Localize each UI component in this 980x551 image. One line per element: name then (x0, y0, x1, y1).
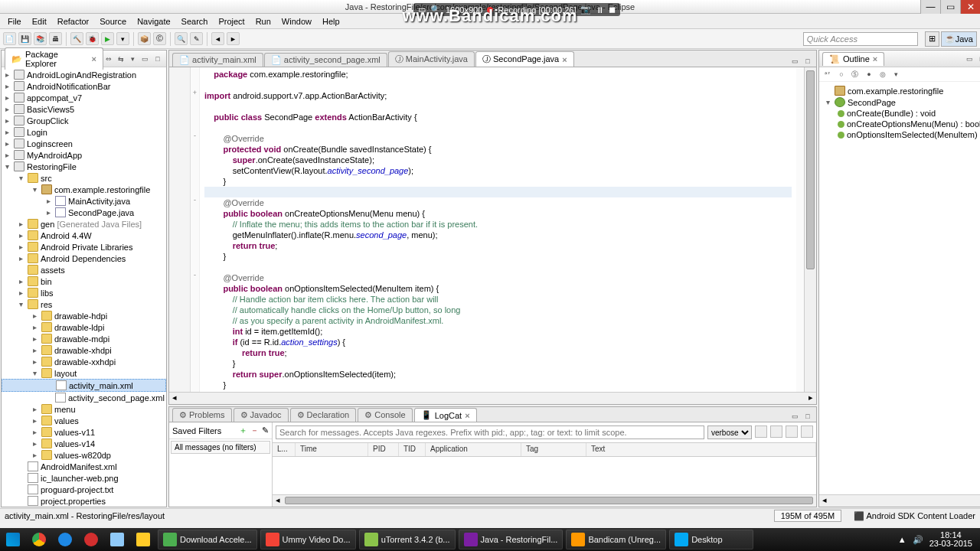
menu-file[interactable]: File (3, 15, 26, 28)
tree-item[interactable]: ▸bin (2, 276, 166, 287)
logcat-search-input[interactable] (276, 425, 704, 439)
log-column-header[interactable]: PID (368, 443, 399, 456)
menu-edit[interactable]: Edit (28, 15, 51, 28)
link-editor-icon[interactable]: ⇆ (116, 54, 126, 64)
run-button[interactable]: ▶ (101, 32, 114, 45)
tree-item[interactable]: ▸values-v14 (2, 438, 166, 449)
new-class-button[interactable]: Ⓒ (153, 32, 166, 45)
log-column-header[interactable]: Time (296, 443, 368, 456)
log-column-header[interactable]: Tag (521, 443, 586, 456)
minimize-view-icon[interactable]: ▭ (140, 54, 151, 64)
code-content[interactable]: package com.example.restoringfile; impor… (200, 67, 796, 392)
filter-all-messages[interactable]: All messages (no filters) (171, 441, 270, 454)
tree-item[interactable]: activity_main.xml (2, 379, 166, 392)
menu-source[interactable]: Source (95, 15, 131, 28)
export-log-icon[interactable] (801, 425, 813, 438)
scroll-lock-icon[interactable] (786, 425, 798, 438)
view-menu-icon[interactable]: ▾ (128, 54, 139, 64)
tree-item[interactable]: ▸gen [Generated Java Files] (2, 218, 166, 230)
ie-icon[interactable] (54, 530, 77, 549)
log-column-header[interactable]: TID (399, 443, 426, 456)
clear-log-icon[interactable] (770, 425, 782, 438)
system-tray[interactable]: ▲🔊 18:1423-03-2015 (892, 531, 978, 548)
toggle-mark-button[interactable]: ✎ (190, 32, 203, 45)
tree-item[interactable]: ▸drawable-mdpi (2, 333, 166, 344)
new-button[interactable]: 📄 (3, 32, 16, 45)
view-tab-javadoc[interactable]: ⚙ Javadoc (234, 408, 289, 422)
view-tab-console[interactable]: ⚙ Console (358, 408, 412, 422)
quick-access-input[interactable]: Quick Access (803, 32, 918, 46)
maximize-bottom-icon[interactable]: □ (802, 411, 813, 422)
tree-item[interactable]: ▸MyAndroidApp (2, 149, 166, 161)
menu-window[interactable]: Window (277, 15, 316, 28)
tree-item[interactable]: ▾RestoringFile (2, 161, 166, 172)
collapse-all-icon[interactable]: ⇔ (103, 54, 114, 64)
tree-item[interactable]: ▾layout (2, 367, 166, 379)
tree-item[interactable]: ▸drawable-ldpi (2, 321, 166, 333)
tree-item[interactable]: ▸Login (2, 126, 166, 138)
close-icon[interactable]: × (873, 54, 877, 64)
minimize-button[interactable]: — (920, 0, 940, 14)
print-button[interactable]: 🖶 (49, 32, 62, 45)
outline-tab[interactable]: 📜 Outline × (822, 52, 884, 66)
minimize-outline-icon[interactable]: ▭ (965, 54, 975, 64)
close-button[interactable]: ✕ (960, 0, 980, 14)
minimize-bottom-icon[interactable]: ▭ (790, 411, 801, 422)
tree-item[interactable]: ▸Android Private Libraries (2, 241, 166, 253)
tree-item[interactable]: proguard-project.txt (2, 484, 166, 495)
notepad-icon[interactable] (106, 530, 129, 549)
menu-project[interactable]: Project (214, 15, 249, 28)
tree-item[interactable]: ▸drawable-xxhdpi (2, 356, 166, 367)
minimize-editor-icon[interactable]: ▭ (790, 56, 801, 67)
tree-item[interactable]: ▸libs (2, 287, 166, 298)
add-filter-icon[interactable]: ＋ (239, 425, 247, 436)
taskbar-app[interactable]: Bandicam (Unreg... (566, 530, 666, 549)
heap-status[interactable]: 195M of 495M (774, 510, 841, 522)
maximize-button[interactable]: ▭ (940, 0, 960, 14)
tree-item[interactable]: project.properties (2, 495, 166, 507)
close-icon[interactable]: × (92, 54, 96, 64)
folding-ruler[interactable]: +--- (191, 67, 200, 392)
chrome-icon[interactable] (28, 530, 51, 549)
logcat-table[interactable]: L...TimePIDTIDApplicationTagText (273, 442, 816, 494)
horizontal-scrollbar[interactable]: ◂▸ (169, 392, 816, 404)
menu-run[interactable]: Run (251, 15, 276, 28)
taskbar-app[interactable]: Download Accele... (158, 530, 257, 549)
java-perspective-button[interactable]: ☕ Java (941, 31, 977, 47)
run-last-button[interactable]: ▾ (116, 32, 129, 45)
tree-item[interactable]: ▸Loginscreen (2, 138, 166, 149)
tree-item[interactable]: ▸values-v11 (2, 426, 166, 438)
sort-icon[interactable]: ᵃᶻ (822, 69, 833, 80)
tree-item[interactable]: ▸Android Dependencies (2, 253, 166, 264)
log-column-header[interactable]: L... (273, 443, 296, 456)
tree-item[interactable]: ▸drawable-xhdpi (2, 344, 166, 356)
tree-item[interactable]: AndroidManifest.xml (2, 461, 166, 472)
code-editor[interactable]: +--- package com.example.restoringfile; … (169, 67, 816, 392)
package-explorer-tab[interactable]: 📂 Package Explorer × (5, 47, 103, 70)
editor-tab[interactable]: 📄 activity_main.xml (172, 53, 263, 67)
build-button[interactable]: 🔨 (70, 32, 83, 45)
tree-item[interactable]: ▸values (2, 415, 166, 426)
logcat-level-select[interactable]: verbose (707, 425, 752, 439)
open-perspective-button[interactable]: ⊞ (925, 31, 939, 47)
view-tab-declaration[interactable]: ⚙ Declaration (290, 408, 357, 422)
taskbar-app[interactable]: Ummy Video Do... (260, 530, 356, 549)
project-tree[interactable]: ▸AndroidLoginAndRegistration▸AndroidNoti… (2, 67, 166, 507)
debug-button[interactable]: 🐞 (86, 32, 99, 45)
logcat-hscrollbar[interactable]: ◂▸ (273, 494, 816, 507)
maximize-editor-icon[interactable]: □ (802, 56, 813, 67)
taskbar-app[interactable]: Desktop (669, 530, 753, 549)
outline-hscrollbar[interactable]: ◂▸ (819, 494, 980, 507)
start-button[interactable] (2, 530, 24, 549)
maximize-view-icon[interactable]: □ (152, 54, 163, 64)
tree-item[interactable]: ▸drawable-hdpi (2, 310, 166, 321)
tree-item[interactable]: ▾com.example.restoringfile (2, 184, 166, 195)
tree-item[interactable]: ▸menu (2, 403, 166, 415)
view-tab-logcat[interactable]: 📱 LogCat × (414, 408, 477, 422)
vertical-scrollbar[interactable] (804, 67, 816, 392)
hide-nonpublic-icon[interactable]: ● (864, 69, 874, 80)
edit-filter-icon[interactable]: ✎ (262, 425, 269, 435)
back-button[interactable]: ◄ (211, 32, 224, 45)
editor-tab[interactable]: Ⓙ SecondPage.java × (475, 51, 574, 67)
new-package-button[interactable]: 📦 (138, 32, 151, 45)
